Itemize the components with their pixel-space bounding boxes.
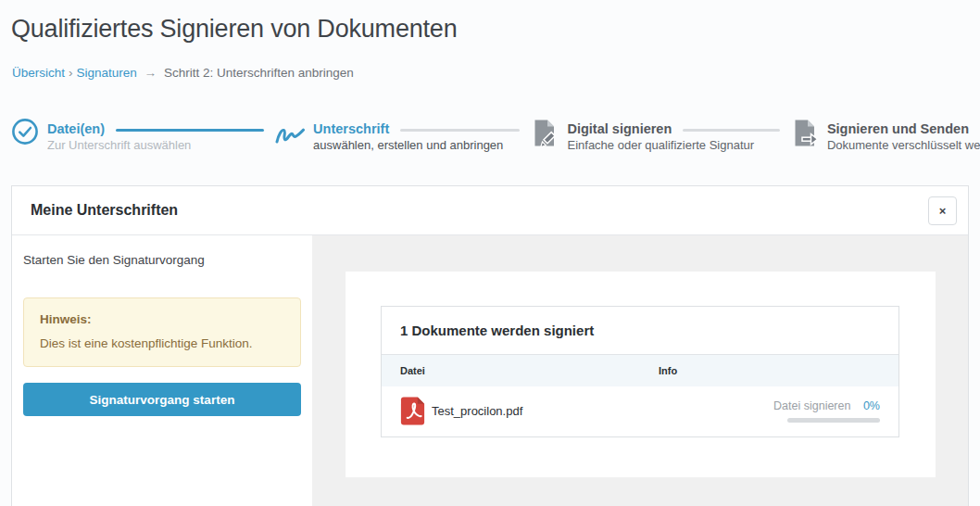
breadcrumb-link-signaturen[interactable]: Signaturen xyxy=(77,66,137,80)
step-connector xyxy=(683,129,780,132)
check-circle-icon xyxy=(11,111,39,149)
signature-icon xyxy=(275,111,305,148)
status-text: Datei signieren xyxy=(773,399,850,412)
breadcrumb: Übersicht›Signaturen → Schritt 2: Unters… xyxy=(12,66,354,80)
step-sublabel: Zur Unterschrift auswählen xyxy=(47,138,191,152)
step-label: Digital signieren xyxy=(567,121,672,136)
info-cell: Datei signieren 0% xyxy=(659,399,880,423)
step-signieren-und-senden[interactable]: Signieren und Senden Dokumente verschlüs… xyxy=(791,111,969,151)
close-button[interactable]: × xyxy=(928,196,957,225)
content-area: 1 Dokumente werden signiert Datei Info xyxy=(312,235,968,506)
signature-sidebar: Starten Sie den Signaturvorgang Hinweis:… xyxy=(12,235,312,506)
documents-header: 1 Dokumente werden signiert xyxy=(382,307,898,355)
breadcrumb-link-uebersicht[interactable]: Übersicht xyxy=(12,66,65,80)
step-label: Unterschrift xyxy=(313,121,389,136)
hint-box: Hinweis: Dies ist eine kostenpflichtige … xyxy=(23,297,301,367)
progress-percentage: 0% xyxy=(863,399,880,412)
progress-bar xyxy=(787,418,880,423)
step-label: Signieren und Senden xyxy=(827,121,969,136)
step-connector-done xyxy=(116,129,264,132)
breadcrumb-current: Schritt 2: Unterschriften anbringen xyxy=(164,66,354,80)
file-cell: Test_procilon.pdf xyxy=(400,397,659,425)
documents-table-card: 1 Dokumente werden signiert Datei Info xyxy=(381,306,899,437)
panel-title: Meine Unterschriften xyxy=(31,202,178,219)
documents-card: 1 Dokumente werden signiert Datei Info xyxy=(346,272,936,477)
breadcrumb-arrow: → xyxy=(144,66,157,80)
panel-header: Meine Unterschriften × xyxy=(12,186,968,235)
breadcrumb-separator: › xyxy=(69,66,73,80)
step-label: Datei(en) xyxy=(47,121,105,136)
sidebar-intro-text: Starten Sie den Signaturvorgang xyxy=(23,253,301,267)
step-sublabel: Dokumente verschlüsselt weiterleiten xyxy=(827,138,980,152)
table-header-row: Datei Info xyxy=(382,355,898,386)
close-icon: × xyxy=(939,204,947,218)
column-header-datei: Datei xyxy=(400,365,659,376)
start-signature-button[interactable]: Signaturvorgang starten xyxy=(23,383,301,416)
pdf-file-icon xyxy=(400,397,425,425)
document-pen-icon xyxy=(531,111,559,151)
document-arrow-icon xyxy=(791,111,819,151)
column-header-info: Info xyxy=(659,365,880,376)
step-connector xyxy=(400,129,520,132)
hint-title: Hinweis: xyxy=(40,312,284,326)
step-unterschrift[interactable]: Unterschrift auswählen, erstellen und an… xyxy=(275,111,389,148)
step-digital-signieren[interactable]: Digital signieren Einfache oder qualifiz… xyxy=(531,111,672,151)
hint-text: Dies ist eine kostenpflichtige Funktion. xyxy=(40,336,284,350)
page-title: Qualifiziertes Signieren von Dokumenten xyxy=(11,15,457,44)
meine-unterschriften-panel: Meine Unterschriften × Starten Sie den S… xyxy=(11,185,969,506)
step-sublabel: auswählen, erstellen und anbringen xyxy=(313,138,503,152)
table-row: Test_procilon.pdf Datei signieren 0% xyxy=(382,386,898,436)
step-indicator: Datei(en) Zur Unterschrift auswählen Unt… xyxy=(11,111,969,165)
step-dateien[interactable]: Datei(en) Zur Unterschrift auswählen xyxy=(11,111,105,149)
step-sublabel: Einfache oder qualifizierte Signatur xyxy=(567,138,754,152)
file-name: Test_procilon.pdf xyxy=(432,404,522,418)
